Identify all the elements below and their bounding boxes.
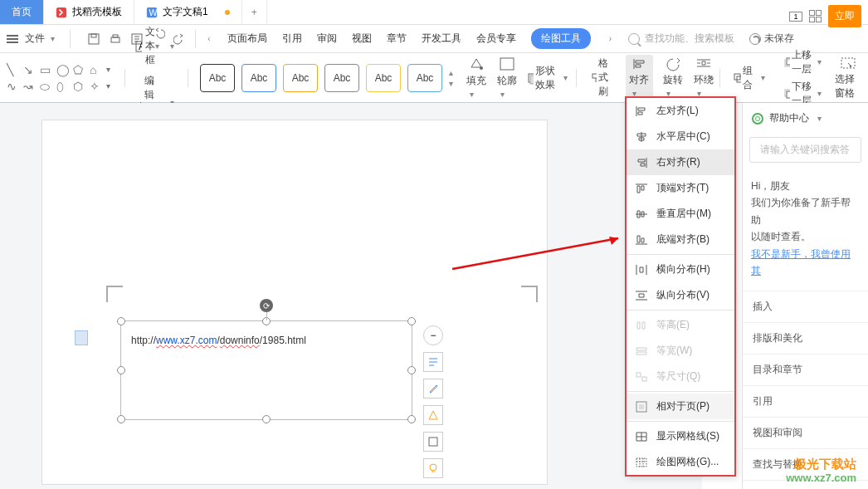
- tab-view[interactable]: 视图: [352, 32, 372, 46]
- file-menu[interactable]: 文件 ▾: [22, 32, 61, 46]
- crop-mark-left: [106, 286, 123, 302]
- menu-draw-grid[interactable]: 绘图网格(G)...: [627, 449, 734, 475]
- sect-toc[interactable]: 目录和章节: [743, 354, 868, 385]
- svg-point-30: [753, 114, 763, 124]
- style-6[interactable]: Abc: [407, 64, 442, 92]
- svg-rect-5: [111, 37, 119, 42]
- floating-toolbar: −: [423, 325, 443, 478]
- tab-member[interactable]: 会员专享: [476, 32, 516, 46]
- tool-minus[interactable]: −: [423, 325, 443, 345]
- svg-point-10: [480, 66, 483, 70]
- align-dropdown-menu: 左对齐(L) 水平居中(C) 右对齐(R) 顶端对齐(T) 垂直居中(M) 底端…: [625, 96, 736, 477]
- help-panel: 帮助中心▾ 请输入关键词搜索答 Hi，朋友 我们为你准备了新手帮助 以随时查看。…: [742, 103, 868, 489]
- help-search[interactable]: 请输入关键词搜索答: [749, 137, 861, 163]
- gallery-up-icon[interactable]: ▴: [449, 68, 453, 77]
- tab-home[interactable]: 首页: [0, 0, 44, 24]
- lifebuoy-icon: [751, 112, 764, 125]
- svg-rect-22: [429, 438, 437, 446]
- wrap-button[interactable]: 环绕▾: [694, 56, 714, 99]
- menu-align-bottom[interactable]: 底端对齐(B): [627, 227, 734, 252]
- outline-button[interactable]: 轮廓▾: [497, 56, 518, 100]
- rotate-button[interactable]: 旋转▾: [663, 56, 684, 99]
- menu-relative-page[interactable]: 相对于页(P): [627, 394, 734, 419]
- tab-drawingtools[interactable]: 绘图工具: [531, 28, 591, 49]
- svg-rect-20: [787, 91, 789, 98]
- menu-equal-height: 等高(E): [627, 312, 734, 338]
- sect-ref[interactable]: 引用: [743, 385, 868, 417]
- tool-bulb[interactable]: [423, 458, 443, 478]
- sect-layout[interactable]: 排版和美化: [743, 322, 868, 354]
- shape-gallery-small[interactable]: ╲↘▭◯⬠⌂▾ ∿↝⬭⬯⬡✧▾: [7, 63, 119, 93]
- rotate-handle[interactable]: ⟳: [260, 299, 273, 312]
- search-box[interactable]: 查找功能、搜索模板: [628, 32, 734, 46]
- tool-layout[interactable]: [423, 352, 443, 372]
- help-header[interactable]: 帮助中心▾: [743, 103, 868, 134]
- menu-align-top[interactable]: 顶端对齐(T): [627, 175, 734, 201]
- svg-rect-13: [530, 76, 534, 84]
- textbox-content[interactable]: http://www.xz7.com/downinfo/1985.html: [131, 334, 306, 346]
- style-4[interactable]: Abc: [324, 64, 359, 92]
- tab-devtools[interactable]: 开发工具: [422, 32, 461, 46]
- search-icon: [628, 33, 640, 45]
- menu-align-right[interactable]: 右对齐(R): [627, 149, 734, 175]
- scroll-left-icon[interactable]: ‹: [207, 34, 210, 43]
- group-button[interactable]: 组合▾: [733, 64, 768, 92]
- window-count-icon[interactable]: 1: [789, 12, 802, 22]
- selectionpane-button[interactable]: 选择窗格: [835, 56, 861, 100]
- sect-insert[interactable]: 插入: [743, 291, 868, 322]
- style-1[interactable]: Abc: [200, 64, 235, 92]
- sect-view[interactable]: 视图和审阅: [743, 417, 868, 448]
- document-canvas[interactable]: ⟳ http://www.xz7.com/downinfo/1985.html …: [0, 103, 702, 489]
- menu-align-left[interactable]: 左对齐(L): [627, 98, 734, 124]
- formatpainter-button[interactable]: 格式刷: [590, 56, 617, 99]
- menu-align-hcenter[interactable]: 水平居中(C): [627, 124, 734, 149]
- style-5[interactable]: Abc: [366, 64, 401, 92]
- word-doc-icon: W: [146, 7, 158, 18]
- align-button[interactable]: 对齐▾: [626, 55, 653, 100]
- hamburger-icon[interactable]: [7, 33, 18, 45]
- effect-button[interactable]: 形状效果▾: [526, 64, 571, 92]
- svg-marker-25: [609, 237, 618, 245]
- help-link[interactable]: 我不是新手，我曾使用其: [751, 246, 860, 280]
- help-message: Hi，朋友 我们为你准备了新手帮助 以随时查看。 我不是新手，我曾使用其: [743, 166, 868, 291]
- svg-point-23: [430, 464, 436, 471]
- menu-distribute-v[interactable]: 纵向分布(V): [627, 282, 734, 308]
- grid-icon[interactable]: [809, 10, 822, 22]
- svg-rect-27: [642, 377, 646, 381]
- tab-template[interactable]: 找稻壳模板: [44, 0, 134, 24]
- template-icon: [56, 7, 67, 18]
- tab-document[interactable]: W 文字文稿1: [134, 0, 242, 24]
- save-icon[interactable]: [87, 32, 100, 46]
- tab-reference[interactable]: 引用: [282, 32, 302, 46]
- tool-pen[interactable]: [423, 379, 443, 399]
- svg-rect-26: [636, 373, 641, 377]
- menu-equal-width: 等宽(W): [627, 338, 734, 364]
- style-gallery[interactable]: Abc Abc Abc Abc Abc Abc: [200, 64, 442, 92]
- svg-rect-29: [639, 404, 644, 409]
- tab-add[interactable]: +: [242, 0, 267, 24]
- tab-section[interactable]: 章节: [387, 32, 407, 46]
- watermark-title: 极光下载站: [794, 457, 856, 472]
- menu-align-vcenter[interactable]: 垂直居中(M): [627, 201, 734, 227]
- scroll-right-icon[interactable]: ›: [609, 34, 612, 43]
- tool-frame[interactable]: [423, 432, 443, 452]
- textbox-button[interactable]: A文本框▾: [130, 23, 183, 69]
- unsaved-indicator[interactable]: 未保存: [749, 32, 794, 46]
- bringforward-button[interactable]: 上移一层▾: [783, 48, 825, 76]
- style-3[interactable]: Abc: [283, 64, 318, 92]
- svg-rect-17: [787, 58, 789, 65]
- upgrade-button[interactable]: 立即: [828, 5, 861, 27]
- tab-review[interactable]: 审阅: [317, 32, 337, 46]
- unsaved-dot-icon: [225, 10, 230, 15]
- style-2[interactable]: Abc: [241, 64, 276, 92]
- ribbon: ╲↘▭◯⬠⌂▾ ∿↝⬭⬯⬡✧▾ A文本框▾ 编辑形状▾ Abc Abc Abc …: [0, 53, 868, 103]
- menu-distribute-h[interactable]: 横向分布(H): [627, 257, 734, 282]
- menu-show-grid[interactable]: 显示网格线(S): [627, 423, 734, 449]
- tab-pagelayout[interactable]: 页面布局: [227, 32, 267, 46]
- svg-rect-4: [91, 34, 96, 37]
- fill-button[interactable]: 填充▾: [466, 56, 487, 100]
- gallery-down-icon[interactable]: ▾: [449, 79, 453, 88]
- print-icon[interactable]: [109, 32, 122, 46]
- paragraph-icon: [75, 330, 88, 345]
- tool-shape[interactable]: [423, 405, 443, 425]
